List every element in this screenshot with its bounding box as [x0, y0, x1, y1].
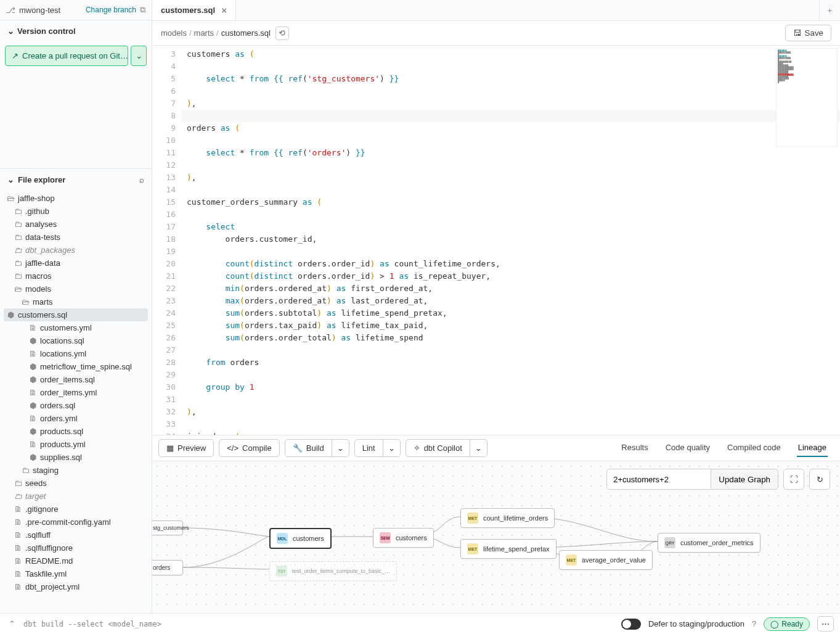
- lineage-graph[interactable]: Update Graph ⛶ ↻ stg_customers orders MD…: [152, 461, 840, 634]
- node-customers-semantic[interactable]: SEMcustomers: [373, 528, 434, 548]
- tree-item-label: jaffle-data: [25, 258, 60, 268]
- node-lifetime-spend-pretax[interactable]: METlifetime_spend_pretax: [460, 539, 557, 559]
- tree-item-label: marts: [33, 297, 53, 307]
- node-count-lifetime-orders[interactable]: METcount_lifetime_orders: [460, 508, 555, 528]
- add-tab-button[interactable]: ＋: [819, 0, 840, 20]
- file-icon: 🗎: [14, 531, 22, 540]
- tree-item-jaffle-shop[interactable]: 🗁jaffle-shop: [0, 192, 152, 205]
- circle-icon: ◯: [770, 620, 778, 628]
- file-icon: 🗎: [14, 570, 22, 578]
- met-badge: MET: [566, 554, 577, 566]
- chevron-up-icon[interactable]: ⌃: [6, 619, 17, 628]
- close-icon[interactable]: ×: [221, 5, 227, 15]
- tab-title: customers.sql: [161, 6, 215, 15]
- tree-item-data-tests[interactable]: 🗀data-tests: [0, 231, 152, 244]
- save-button[interactable]: 🖫 Save: [785, 25, 831, 41]
- tree-item-jaffle-data[interactable]: 🗀jaffle-data: [0, 257, 152, 270]
- tree-item-label: locations.sql: [40, 336, 84, 345]
- version-control-section[interactable]: ⌄ Version control: [0, 20, 152, 42]
- tab-compiled-code[interactable]: Compiled code: [726, 439, 782, 457]
- change-branch-link[interactable]: Change branch: [86, 6, 136, 14]
- tab-results[interactable]: Results: [620, 439, 649, 457]
- node-orders-src[interactable]: orders: [152, 560, 183, 575]
- minimap[interactable]: ███ ██ █ ████ █ ████████ ██ █ ████ █ ███…: [776, 48, 838, 147]
- build-dropdown[interactable]: ⌄: [332, 439, 349, 457]
- tree-item-locations-sql[interactable]: ⬢locations.sql: [0, 334, 152, 347]
- update-graph-button[interactable]: Update Graph: [711, 469, 778, 490]
- tree-item-order-items-yml[interactable]: 🗎order_items.yml: [0, 386, 152, 399]
- preview-button[interactable]: ▦Preview: [158, 439, 214, 457]
- tab-lineage[interactable]: Lineage: [797, 439, 828, 457]
- met-badge: MET: [467, 543, 478, 554]
- refresh-icon[interactable]: ⟲: [275, 27, 289, 40]
- tree-item-models[interactable]: 🗁models: [0, 282, 152, 295]
- tree-item-products-sql[interactable]: ⬢products.sql: [0, 425, 152, 438]
- refresh-icon[interactable]: ↻: [809, 469, 830, 490]
- mdl-badge: MDL: [277, 533, 288, 544]
- tree-item-label: customers.yml: [40, 323, 92, 332]
- tree-item-orders-yml[interactable]: 🗎orders.yml: [0, 412, 152, 425]
- node-customer-order-metrics[interactable]: QRYcustomer_order_metrics: [658, 533, 760, 553]
- copilot-button[interactable]: ✧dbt Copilot: [406, 439, 470, 457]
- create-pr-dropdown[interactable]: ⌄: [131, 46, 147, 66]
- create-pr-label: Create a pull request on Git…: [22, 51, 128, 60]
- lineage-selector-input[interactable]: [606, 469, 711, 490]
- more-icon[interactable]: ⋯: [817, 616, 834, 632]
- tree-item--gitignore[interactable]: 🗎.gitignore: [0, 503, 152, 516]
- tree-item-marts[interactable]: 🗁marts: [0, 295, 152, 308]
- file-icon: 🗎: [28, 440, 37, 449]
- tree-item-customers-yml[interactable]: 🗎customers.yml: [0, 321, 152, 334]
- tree-item-label: products.yml: [40, 440, 86, 449]
- code-editor[interactable]: 3456789101112131415161718192021222324252…: [152, 46, 840, 435]
- tree-item--github[interactable]: 🗀.github: [0, 205, 152, 218]
- tree-item-label: locations.yml: [40, 349, 86, 358]
- file-icon: 🗎: [28, 350, 37, 358]
- node-test-order-items[interactable]: TSTtest_order_items_compute_to_basic_…: [269, 561, 397, 581]
- tree-item-metricflow-time-spine-sql[interactable]: ⬢metricflow_time_spine.sql: [0, 360, 152, 373]
- copilot-dropdown[interactable]: ⌄: [470, 439, 487, 457]
- build-button[interactable]: 🔧Build: [285, 439, 332, 457]
- cube-icon: ⬢: [28, 427, 37, 436]
- tree-item-dbt-packages[interactable]: 🗀dbt_packages: [0, 244, 152, 257]
- fullscreen-icon[interactable]: ⛶: [783, 469, 804, 490]
- file-explorer-section[interactable]: ⌄ File explorer ⌕: [0, 168, 152, 191]
- tree-item-analyses[interactable]: 🗀analyses: [0, 218, 152, 231]
- tab-customers-sql[interactable]: customers.sql ×: [152, 0, 236, 20]
- tree-item-order-items-sql[interactable]: ⬢order_items.sql: [0, 373, 152, 386]
- tree-item-orders-sql[interactable]: ⬢orders.sql: [0, 399, 152, 412]
- tree-item-locations-yml[interactable]: 🗎locations.yml: [0, 347, 152, 360]
- tree-item--sqlfluff[interactable]: 🗎.sqlfluff: [0, 529, 152, 541]
- compile-button[interactable]: </>Compile: [219, 439, 279, 457]
- help-icon[interactable]: ?: [752, 619, 756, 628]
- tree-item-label: models: [25, 284, 51, 294]
- defer-toggle[interactable]: [621, 619, 641, 630]
- tree-item--pre-commit-config-yaml[interactable]: 🗎.pre-commit-config.yaml: [0, 516, 152, 529]
- tree-item-label: analyses: [25, 220, 57, 229]
- cube-icon: ⬢: [28, 376, 37, 384]
- tree-item-customers-sql[interactable]: ⬢customers.sql: [4, 308, 148, 321]
- git-branch-icon: ⎇: [6, 6, 15, 15]
- node-customers-model[interactable]: MDLcustomers: [269, 528, 332, 549]
- tree-item-label: jaffle-shop: [18, 194, 55, 203]
- tree-item-seeds[interactable]: 🗀seeds: [0, 477, 152, 490]
- tab-code-quality[interactable]: Code quality: [664, 439, 711, 457]
- file-icon: 🗎: [28, 324, 37, 332]
- tree-item-macros[interactable]: 🗀macros: [0, 270, 152, 282]
- tree-item-staging[interactable]: 🗀staging: [0, 464, 152, 477]
- command-input[interactable]: dbt build --select <model_name>: [23, 620, 615, 628]
- node-average-order-value[interactable]: METaverage_order_value: [559, 550, 653, 570]
- tree-item-target[interactable]: 🗀target: [0, 490, 152, 503]
- lint-button[interactable]: Lint: [354, 439, 383, 457]
- tree-item--sqlfluffignore[interactable]: 🗎.sqlfluffignore: [0, 541, 152, 554]
- search-icon[interactable]: ⌕: [139, 175, 144, 184]
- node-stg-customers[interactable]: stg_customers: [152, 521, 183, 535]
- tree-item-products-yml[interactable]: 🗎products.yml: [0, 438, 152, 451]
- copy-icon[interactable]: ⧉: [140, 5, 145, 15]
- lint-dropdown[interactable]: ⌄: [383, 439, 401, 457]
- tree-item-readme-md[interactable]: 🗎README.md: [0, 554, 152, 567]
- create-pr-button[interactable]: ↗ Create a pull request on Git…: [5, 46, 128, 66]
- tree-item-label: order_items.sql: [40, 375, 95, 384]
- tree-item-dbt-project-yml[interactable]: 🗎dbt_project.yml: [0, 580, 152, 593]
- tree-item-supplies-sql[interactable]: ⬢supplies.sql: [0, 451, 152, 464]
- tree-item-taskfile-yml[interactable]: 🗎Taskfile.yml: [0, 567, 152, 580]
